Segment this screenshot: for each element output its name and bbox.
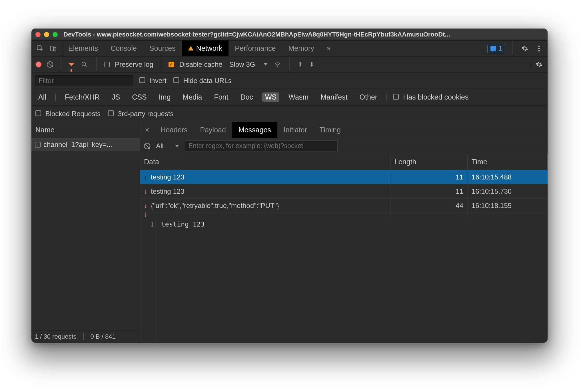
type-other[interactable]: Other xyxy=(357,92,380,102)
chevron-down-icon xyxy=(264,63,268,66)
type-manifest[interactable]: Manifest xyxy=(318,92,350,102)
tab-performance[interactable]: Performance xyxy=(229,41,282,56)
type-wasm[interactable]: Wasm xyxy=(286,92,311,102)
detail-tab-timing[interactable]: Timing xyxy=(313,122,347,138)
has-blocked-cookies-label: Has blocked cookies xyxy=(403,93,468,101)
detail-tab-messages[interactable]: Messages xyxy=(232,122,277,138)
arrow-down-icon: ↓ xyxy=(144,187,147,195)
message-time: 16:10:18.155 xyxy=(468,199,548,213)
arrow-down-icon: ↓ xyxy=(144,202,147,210)
svg-point-5 xyxy=(538,50,540,51)
divider xyxy=(96,56,97,72)
tab-memory[interactable]: Memory xyxy=(282,41,320,56)
preserve-log-toggle[interactable]: Preserve log xyxy=(104,60,153,68)
type-js[interactable]: JS xyxy=(109,92,123,102)
main-tabs: Elements Console Sources Network Perform… xyxy=(31,41,548,56)
blocked-requests-toggle[interactable]: Blocked Requests xyxy=(35,110,101,118)
request-row[interactable]: channel_1?api_key=... xyxy=(31,138,140,151)
svg-point-3 xyxy=(538,45,540,47)
export-har-icon[interactable]: ⬇ xyxy=(308,61,315,68)
messages-filter-select[interactable]: All xyxy=(155,142,180,150)
type-all[interactable]: All xyxy=(35,92,49,102)
tab-sources[interactable]: Sources xyxy=(143,41,182,56)
window-controls xyxy=(35,32,58,37)
detail-tab-payload[interactable]: Payload xyxy=(194,122,232,138)
svg-point-6 xyxy=(82,62,86,66)
issues-badge[interactable]: 1 xyxy=(487,44,505,53)
throttling-select[interactable]: Slow 3G xyxy=(229,60,268,68)
messages-regex-input[interactable] xyxy=(185,140,338,152)
content: Name channel_1?api_key=... 1 / 30 reques… xyxy=(31,122,548,343)
inspect-element-icon[interactable] xyxy=(35,44,45,53)
invert-toggle[interactable]: Invert xyxy=(139,77,167,85)
name-header[interactable]: Name xyxy=(31,122,140,138)
clear-button[interactable] xyxy=(47,61,53,68)
chevron-down-icon xyxy=(175,145,179,147)
minimize-window-button[interactable] xyxy=(44,32,49,37)
type-img[interactable]: Img xyxy=(156,92,174,102)
settings-icon[interactable] xyxy=(520,44,529,53)
preserve-log-checkbox[interactable] xyxy=(104,62,110,67)
disable-cache-checkbox[interactable] xyxy=(169,62,174,67)
has-blocked-cookies-toggle[interactable]: Has blocked cookies xyxy=(393,93,468,101)
type-doc[interactable]: Doc xyxy=(237,92,256,102)
hide-data-urls-toggle[interactable]: Hide data URLs xyxy=(173,77,232,85)
search-icon[interactable] xyxy=(80,60,89,69)
type-font[interactable]: Font xyxy=(211,92,231,102)
third-party-toggle[interactable]: 3rd-party requests xyxy=(108,110,173,118)
type-ws[interactable]: WS xyxy=(262,92,279,102)
type-css[interactable]: CSS xyxy=(129,92,149,102)
invert-checkbox[interactable] xyxy=(139,77,145,83)
message-row[interactable]: ↓ testing 123 11 16:10:15.730 xyxy=(140,184,548,199)
request-label: channel_1?api_key=... xyxy=(43,141,112,149)
close-window-button[interactable] xyxy=(35,32,41,37)
import-har-icon[interactable]: ⬆ xyxy=(297,61,303,68)
svg-line-7 xyxy=(85,65,87,67)
device-toolbar-icon[interactable] xyxy=(49,44,58,53)
third-party-label: 3rd-party requests xyxy=(118,110,174,118)
detail-tab-initiator[interactable]: Initiator xyxy=(277,122,313,138)
clear-messages-button[interactable] xyxy=(144,143,150,149)
network-settings-icon[interactable] xyxy=(534,60,544,69)
line-number: 1 xyxy=(140,218,157,343)
blocked-requests-label: Blocked Requests xyxy=(45,110,101,118)
hide-data-urls-checkbox[interactable] xyxy=(173,77,179,83)
tab-more[interactable]: » xyxy=(320,41,337,56)
message-length: 11 xyxy=(390,184,468,198)
arrow-up-icon: ↑ xyxy=(144,173,147,181)
header-length[interactable]: Length xyxy=(390,154,468,170)
detail-tab-headers[interactable]: Headers xyxy=(154,122,194,138)
warning-icon xyxy=(188,46,193,50)
header-time[interactable]: Time xyxy=(468,154,548,170)
header-data[interactable]: Data xyxy=(140,154,390,170)
message-content[interactable]: testing 123 xyxy=(157,218,548,343)
maximize-window-button[interactable] xyxy=(53,32,58,37)
network-conditions-icon[interactable] xyxy=(273,60,282,69)
divider xyxy=(55,93,56,101)
message-length: 44 xyxy=(390,199,468,213)
close-detail-icon[interactable]: × xyxy=(140,122,154,138)
more-options-icon[interactable] xyxy=(534,44,544,53)
record-button[interactable] xyxy=(35,61,42,68)
message-row[interactable]: ↑ testing 123 11 16:10:15.488 xyxy=(140,170,548,184)
invert-label: Invert xyxy=(149,77,167,84)
filter-icon[interactable] xyxy=(68,63,75,66)
disable-cache-toggle[interactable]: Disable cache xyxy=(169,60,223,68)
throttling-value: Slow 3G xyxy=(229,60,255,68)
resource-types: All Fetch/XHR JS CSS Img Media Font Doc … xyxy=(31,89,548,106)
message-data: {"url":"ok","retryable":true,"method":"P… xyxy=(151,202,279,210)
tab-elements[interactable]: Elements xyxy=(62,41,104,56)
divider xyxy=(532,60,532,69)
has-blocked-cookies-checkbox[interactable] xyxy=(393,94,399,100)
message-row[interactable]: ↓ {"url":"ok","retryable":true,"method":… xyxy=(140,199,548,213)
type-media[interactable]: Media xyxy=(180,92,205,102)
tab-console[interactable]: Console xyxy=(104,41,143,56)
tab-network[interactable]: Network xyxy=(182,41,229,56)
message-row-cutoff: ↓ xyxy=(140,213,548,218)
blocked-requests-checkbox[interactable] xyxy=(35,110,41,116)
type-fetchxhr[interactable]: Fetch/XHR xyxy=(62,92,103,102)
third-party-checkbox[interactable] xyxy=(108,110,114,116)
filter-input[interactable] xyxy=(35,75,133,86)
arrow-down-icon: ↓ xyxy=(144,213,147,216)
request-count: 1 / 30 requests xyxy=(35,333,77,340)
